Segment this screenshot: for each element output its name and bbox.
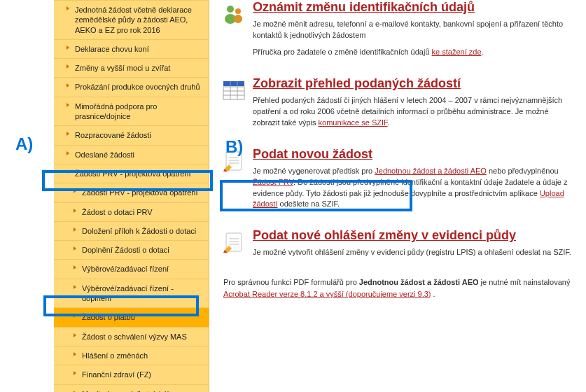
text: Příručka pro žadatele o změně identifika… [253, 47, 573, 58]
block-podat-ohlaseni: Podat nové ohlášení změny v evidenci půd… [222, 228, 573, 264]
text: Je možné vygenerovat předtisk pro Jednot… [253, 166, 573, 211]
sidebar-nav: Jednotná žádost včetně deklarace zeměděl… [54, 0, 209, 392]
svg-rect-4 [223, 81, 244, 86]
sidebar-item-label: Žádosti PRV - projektová opatření [82, 188, 198, 197]
chevron-right-icon [67, 64, 69, 69]
sidebar-item-doplneni-zadosti[interactable]: Doplnění Žádosti o dotaci [54, 240, 209, 259]
chevron-right-icon [74, 285, 76, 289]
text: Je možné měnit adresu, telefonní a e-mai… [253, 19, 573, 41]
sidebar-item-ovocne-druhy[interactable]: Prokázání produkce ovocných druhů [54, 77, 209, 96]
chevron-right-icon [67, 46, 69, 50]
sidebar-item-hlaseni-zmench[interactable]: Hlášení o změnách [54, 346, 209, 365]
link-jednotnou-aeo[interactable]: Jednotnou žádost a žádosti AEO [375, 167, 487, 175]
sidebar-item-schvaleni-mas[interactable]: Žádost o schválení výzvy MAS [54, 327, 209, 346]
sidebar-item-jednotna[interactable]: Jednotná žádost včetně deklarace zeměděl… [54, 0, 209, 39]
sidebar-item-prv-projektova-sub[interactable]: Žádosti PRV - projektová opatření [54, 183, 209, 202]
table-icon [222, 78, 246, 102]
sidebar-item-label: Rozpracované žádosti [75, 131, 151, 139]
annotation-label-a: A) [15, 134, 33, 154]
sidebar-item-label: Monitoring podnikatelského [82, 390, 176, 392]
chevron-right-icon [67, 103, 69, 107]
sidebar-item-vyberove-rizeni[interactable]: Výběrové/zadávací řízení [54, 259, 209, 278]
sidebar-item-zadost-platbu[interactable]: Žádost o platbu [54, 307, 209, 326]
sidebar-item-label: Finanční zdraví (FZ) [82, 370, 151, 379]
sidebar-item-label: Mimořádná podpora pro prasnice/dojnice [75, 102, 157, 120]
chevron-right-icon [74, 189, 76, 193]
link-komunikace-szif[interactable]: komunikace se SZIF [319, 118, 388, 127]
chevron-down-icon [67, 171, 71, 174]
sidebar-item-dolozeni-priloh[interactable]: Doložení příloh k Žádosti o dotaci [54, 221, 209, 240]
sidebar-item-label: Jednotná žádost včetně deklarace zeměděl… [75, 6, 192, 34]
link-podat-novou-zadost[interactable]: Podat novou žádost [253, 147, 372, 162]
chevron-right-icon [74, 227, 76, 232]
svg-point-2 [235, 8, 241, 14]
text: Je možné vytvořit ohlášení změny v evide… [253, 247, 573, 258]
sidebar-item-label: Žádost o platbu [82, 313, 135, 321]
link-ke-stazeni[interactable]: ke stažení zde [432, 48, 482, 56]
chevron-right-icon [74, 265, 76, 270]
sidebar-item-label: Výběrové/zadávací řízení [82, 265, 169, 273]
bold-text: Jednotnou žádost a žádosti AEO [359, 278, 479, 286]
svg-rect-5 [223, 87, 244, 99]
people-icon [222, 2, 246, 26]
edit-document-icon [222, 230, 246, 254]
sidebar-item-financni-zdravi[interactable]: Finanční zdraví (FZ) [54, 365, 209, 384]
chevron-right-icon [67, 151, 69, 155]
text: Přehled podaných žádostí či jiných hláše… [253, 95, 573, 129]
sidebar-item-zadost-dotaci-prv[interactable]: Žádost o dotaci PRV [54, 202, 209, 221]
sidebar-item-zmeny-zvirat[interactable]: Změny a vyšší moci u zvířat [54, 58, 209, 77]
chevron-right-icon [67, 6, 69, 10]
link-zobrazit-prehled[interactable]: Zobrazit přehled podaných žádostí [253, 76, 461, 91]
block-podat-novou: Podat novou žádost Je možné vygenerovat … [222, 147, 573, 216]
sidebar-item-label: Doložení příloh k Žádosti o dotaci [82, 227, 196, 235]
chevron-right-icon [74, 209, 76, 213]
chevron-right-icon [74, 371, 76, 375]
sidebar-item-deklarace-koni[interactable]: Deklarace chovu koní [54, 39, 209, 58]
link-podat-ohlaseni-zmeny[interactable]: Podat nové ohlášení změny v evidenci půd… [253, 228, 516, 243]
block-zobrazit-prehled: Zobrazit přehled podaných žádostí Přehle… [222, 76, 573, 134]
footnote: Pro správnou funkci PDF formulářů pro Je… [222, 276, 573, 300]
sidebar-item-monitoring[interactable]: Monitoring podnikatelského [54, 384, 209, 392]
sidebar-item-label: Žádost o dotaci PRV [82, 208, 153, 216]
sidebar-item-prv-projektova[interactable]: Žádosti PRV - projektová opatření [54, 164, 209, 183]
sidebar-item-label: Doplnění Žádosti o dotaci [82, 246, 169, 254]
sidebar-item-rozpracovane[interactable]: Rozpracované žádosti [54, 125, 209, 144]
sidebar-item-label: Odeslané žádosti [75, 150, 134, 159]
annotation-label-b: B) [225, 137, 243, 157]
chevron-right-icon [74, 246, 76, 251]
chevron-right-icon [74, 333, 76, 337]
svg-point-3 [234, 15, 242, 23]
link-oznamit-zmenu[interactable]: Oznámit změnu identifikačních údajů [253, 0, 475, 15]
link-zadost-prv[interactable]: Žádost PRV [253, 178, 293, 186]
link-acrobat-reader[interactable]: Acrobat Reader verze 8.1.2 a vyšší (dopo… [223, 290, 431, 298]
chevron-right-icon [67, 132, 69, 136]
main-content: Oznámit změnu identifikačních údajů Je m… [209, 0, 586, 392]
sidebar-item-label: Prokázání produkce ovocných druhů [75, 83, 200, 91]
sidebar-item-vyberove-doplneni[interactable]: Výběrové/zadávací řízení - doplnění [54, 279, 209, 308]
sidebar-item-label: Změny a vyšší moci u zvířat [75, 64, 170, 72]
sidebar-item-label: Žádost o schválení výzvy MAS [82, 332, 187, 341]
sidebar-item-label: Deklarace chovu koní [75, 45, 149, 53]
sidebar-item-label: Výběrové/zadávací řízení - doplnění [82, 284, 174, 302]
sidebar-item-label: Žádosti PRV - projektová opatření [75, 169, 191, 178]
chevron-right-icon [74, 352, 76, 356]
sidebar-item-odeslane[interactable]: Odeslané žádosti [54, 145, 209, 164]
chevron-right-icon [74, 314, 76, 318]
chevron-right-icon [67, 83, 69, 88]
block-oznamit-zmenu: Oznámit změnu identifikačních údajů Je m… [222, 0, 573, 64]
sidebar-item-mimoradna-podpora[interactable]: Mimořádná podpora pro prasnice/dojnice [54, 97, 209, 126]
sidebar-item-label: Hlášení o změnách [82, 351, 148, 360]
svg-point-0 [227, 6, 234, 13]
